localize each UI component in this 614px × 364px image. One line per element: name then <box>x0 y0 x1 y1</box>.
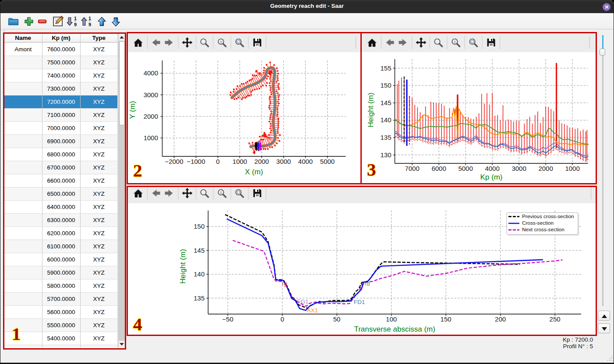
svg-text:5000: 5000 <box>320 158 335 165</box>
svg-text:−2000: −2000 <box>165 158 183 165</box>
svg-text:135: 135 <box>380 134 391 141</box>
svg-text:0: 0 <box>280 315 284 323</box>
svg-text:AX1: AX1 <box>307 307 318 314</box>
svg-text:4000: 4000 <box>485 165 499 172</box>
svg-text:0: 0 <box>216 158 219 165</box>
svg-text:9: 9 <box>74 22 77 27</box>
svg-text:Previous cross-section: Previous cross-section <box>522 213 574 219</box>
svg-text:1000: 1000 <box>565 165 579 172</box>
svg-text:4000: 4000 <box>298 158 313 165</box>
svg-text:Next cross-section: Next cross-section <box>522 226 565 233</box>
svg-text:50: 50 <box>333 315 341 323</box>
svg-text:2000: 2000 <box>144 113 158 120</box>
svg-text:145: 145 <box>194 246 205 254</box>
svg-text:100: 100 <box>386 315 397 323</box>
svg-text:2: 2 <box>133 160 142 180</box>
svg-text:Kp (m): Kp (m) <box>480 173 503 181</box>
svg-text:9: 9 <box>88 22 91 27</box>
svg-text:3000: 3000 <box>144 91 158 99</box>
svg-text:6000: 6000 <box>431 165 446 172</box>
svg-text:250: 250 <box>550 315 561 323</box>
svg-text:140: 140 <box>380 116 391 124</box>
svg-text:FG1: FG1 <box>297 298 308 304</box>
svg-text:−50: −50 <box>222 315 233 323</box>
svg-text:Transverse abscissa (m): Transverse abscissa (m) <box>354 325 435 333</box>
svg-text:1: 1 <box>454 40 456 44</box>
svg-text:155: 155 <box>380 64 391 72</box>
svg-text:−1000: −1000 <box>187 158 205 165</box>
svg-text:Cross-section: Cross-section <box>522 220 554 226</box>
svg-text:rd: rd <box>365 280 370 287</box>
svg-text:3: 3 <box>367 159 376 180</box>
svg-text:150: 150 <box>441 315 452 323</box>
svg-text:Height (m): Height (m) <box>367 92 375 127</box>
svg-text:5000: 5000 <box>458 165 473 172</box>
svg-text:rg: rg <box>282 280 287 287</box>
svg-text:145: 145 <box>380 99 391 106</box>
svg-text:1: 1 <box>88 16 91 21</box>
svg-text:Y (m): Y (m) <box>128 101 137 119</box>
svg-text:150: 150 <box>380 81 391 89</box>
svg-text:1: 1 <box>74 16 77 21</box>
svg-text:4: 4 <box>133 314 142 334</box>
svg-text:150: 150 <box>194 223 205 230</box>
svg-text:1000: 1000 <box>144 134 158 141</box>
svg-text:X (m): X (m) <box>245 168 263 176</box>
svg-text:Height (m): Height (m) <box>179 249 187 283</box>
svg-text:1: 1 <box>220 190 222 194</box>
svg-text:1: 1 <box>220 40 222 44</box>
svg-text:135: 135 <box>194 294 205 301</box>
svg-text:4000: 4000 <box>144 69 158 77</box>
svg-text:2000: 2000 <box>538 165 553 172</box>
svg-text:3000: 3000 <box>512 165 526 172</box>
svg-text:3000: 3000 <box>276 158 291 165</box>
svg-text:140: 140 <box>194 270 205 278</box>
svg-text:1000: 1000 <box>233 158 247 165</box>
svg-text:2000: 2000 <box>254 158 269 165</box>
svg-text:FD1: FD1 <box>354 298 365 305</box>
svg-text:7000: 7000 <box>405 165 419 172</box>
svg-text:130: 130 <box>380 151 391 159</box>
svg-text:200: 200 <box>495 315 506 323</box>
